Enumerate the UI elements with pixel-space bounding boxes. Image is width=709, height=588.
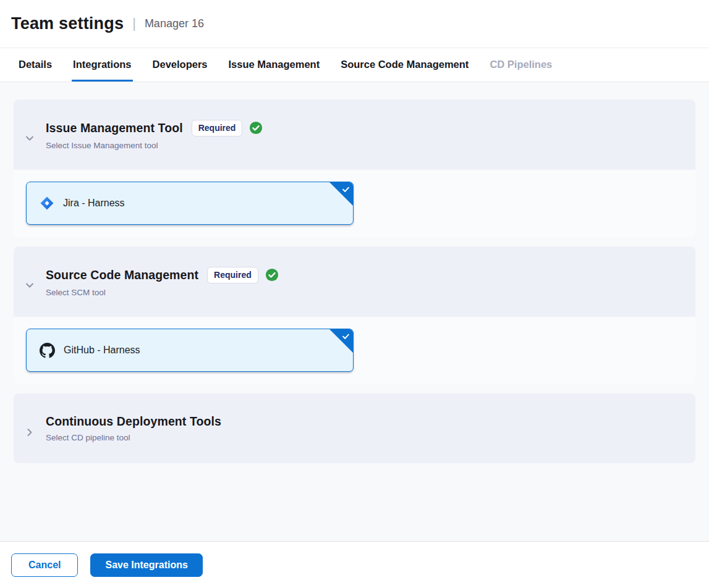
selected-check-icon xyxy=(329,182,353,206)
page-title: Team settings xyxy=(11,14,124,33)
tab-source-code-management[interactable]: Source Code Management xyxy=(339,48,470,82)
chevron-down-icon xyxy=(14,272,46,292)
tab-integrations[interactable]: Integrations xyxy=(72,48,132,82)
tab-issue-management[interactable]: Issue Management xyxy=(227,48,321,82)
team-name: Manager 16 xyxy=(145,17,204,30)
page-header: Team settings | Manager 16 xyxy=(0,0,709,48)
check-circle-icon xyxy=(265,268,279,282)
tab-cd-pipelines: CD Pipelines xyxy=(488,48,553,82)
tab-developers[interactable]: Developers xyxy=(151,48,209,82)
team-settings-page: Team settings | Manager 16 Details Integ… xyxy=(0,0,709,588)
cancel-button[interactable]: Cancel xyxy=(11,553,78,577)
tool-label: GitHub - Harness xyxy=(64,345,140,356)
issue-management-section: Issue Management Tool Required Select Is… xyxy=(14,99,695,237)
tool-label: Jira - Harness xyxy=(63,198,125,209)
section-title: Source Code Management xyxy=(46,268,198,282)
section-title: Continuous Deployment Tools xyxy=(46,414,221,429)
scm-options: GitHub - Harness xyxy=(14,317,695,384)
title-divider: | xyxy=(132,15,136,32)
check-circle-icon xyxy=(249,121,263,135)
chevron-right-icon xyxy=(14,419,46,439)
chevron-down-icon xyxy=(14,125,46,145)
github-icon xyxy=(40,343,55,358)
integrations-panel: Issue Management Tool Required Select Is… xyxy=(0,82,709,541)
source-code-management-section: Source Code Management Required Select S… xyxy=(14,246,695,384)
section-subtitle: Select CD pipeline tool xyxy=(46,433,221,442)
issue-management-section-header[interactable]: Issue Management Tool Required Select Is… xyxy=(14,99,695,170)
cd-tools-section-header[interactable]: Continuous Deployment Tools Select CD pi… xyxy=(14,393,695,463)
github-harness-option[interactable]: GitHub - Harness xyxy=(26,329,354,372)
footer-bar: Cancel Save Integrations xyxy=(0,541,709,588)
issue-management-options: Jira - Harness xyxy=(14,170,695,237)
save-integrations-button[interactable]: Save Integrations xyxy=(90,553,202,577)
selected-check-icon xyxy=(329,329,353,353)
jira-icon xyxy=(40,196,54,211)
jira-harness-option[interactable]: Jira - Harness xyxy=(26,182,354,225)
tab-bar: Details Integrations Developers Issue Ma… xyxy=(0,48,709,82)
section-title: Issue Management Tool xyxy=(46,121,183,135)
required-badge: Required xyxy=(207,267,258,284)
cd-tools-section: Continuous Deployment Tools Select CD pi… xyxy=(14,393,695,463)
required-badge: Required xyxy=(192,120,243,136)
section-subtitle: Select Issue Management tool xyxy=(46,141,263,150)
section-subtitle: Select SCM tool xyxy=(46,288,279,297)
tab-details[interactable]: Details xyxy=(17,48,53,82)
source-code-management-section-header[interactable]: Source Code Management Required Select S… xyxy=(14,246,695,317)
